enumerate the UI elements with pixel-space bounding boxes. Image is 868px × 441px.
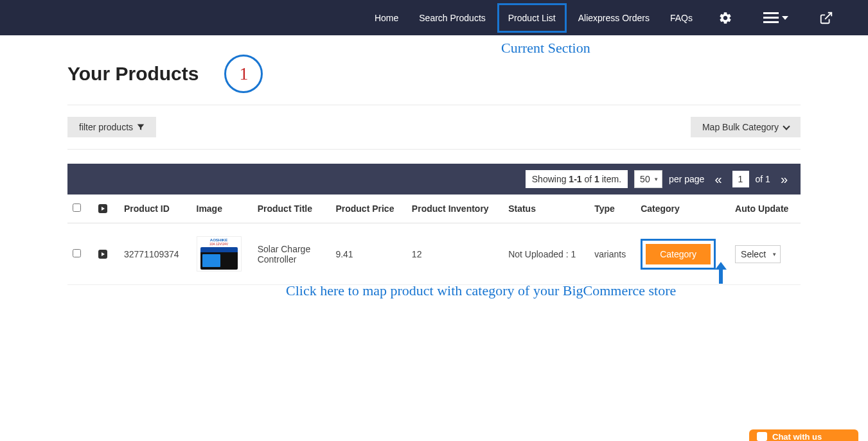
hamburger-icon	[763, 12, 779, 23]
cell-type: variants	[589, 223, 635, 285]
products-table: Product ID Image Product Title Product P…	[67, 195, 801, 285]
showing-info: Showing 1-1 of 1 item.	[526, 170, 628, 188]
annotation-click-here: Click here to map product with category …	[286, 282, 676, 299]
per-page-select[interactable]: 50	[634, 170, 662, 188]
col-inventory: Product Inventory	[407, 195, 503, 223]
chevron-down-icon	[783, 123, 790, 130]
map-bulk-category-button[interactable]: Map Bulk Category	[691, 117, 801, 137]
cell-title: Solar Charge Controller	[252, 223, 331, 285]
cell-image: AOSHIKE 10A 12V/24V	[191, 223, 252, 285]
chat-widget[interactable]: Chat with us	[749, 429, 858, 441]
category-button-highlight: Category	[641, 239, 716, 270]
col-image: Image	[191, 195, 252, 223]
nav-items-group: Home Search Products Product List Aliexp…	[364, 1, 849, 35]
per-page-select-wrapper: 50	[634, 170, 662, 188]
expand-all-icon[interactable]	[98, 204, 107, 213]
nav-search-products[interactable]: Search Products	[409, 1, 496, 35]
share-icon[interactable]	[804, 11, 849, 25]
annotation-step-badge: 1	[224, 55, 263, 93]
chat-label: Chat with us	[772, 432, 822, 442]
caret-down-icon	[782, 16, 788, 20]
col-title: Product Title	[252, 195, 331, 223]
cell-product-id: 32771109374	[119, 223, 191, 285]
filter-products-button[interactable]: filter products	[67, 117, 156, 137]
cell-price: 9.41	[330, 223, 406, 285]
filter-row: filter products Map Bulk Category	[67, 105, 801, 150]
col-product-id: Product ID	[119, 195, 191, 223]
product-thumbnail: AOSHIKE 10A 12V/24V	[197, 236, 242, 272]
nav-home[interactable]: Home	[364, 1, 409, 35]
title-row: Your Products 1	[67, 55, 801, 105]
per-page-label: per page	[669, 174, 704, 184]
gear-icon[interactable]	[703, 11, 748, 25]
select-all-checkbox[interactable]	[73, 203, 81, 212]
cell-inventory: 12	[407, 223, 503, 285]
next-page-button[interactable]: »	[777, 172, 792, 187]
col-auto-update: Auto Update	[730, 195, 801, 223]
table-header-row: Product ID Image Product Title Product P…	[67, 195, 801, 223]
page-title: Your Products	[67, 63, 199, 85]
filter-icon	[137, 123, 145, 131]
top-navbar: Home Search Products Product List Aliexp…	[0, 0, 868, 35]
map-bulk-label: Map Bulk Category	[702, 122, 779, 132]
page-container: Your Products 1 filter products Map Bulk…	[0, 35, 868, 285]
chat-bubble-icon	[757, 432, 767, 441]
cell-status: Not Uploaded : 1	[503, 223, 589, 285]
col-status: Status	[503, 195, 589, 223]
nav-faqs[interactable]: FAQs	[660, 1, 703, 35]
pagination-bar: Showing 1-1 of 1 item. 50 per page « 1 o…	[67, 164, 801, 195]
auto-update-select[interactable]: Select	[735, 245, 781, 263]
row-checkbox[interactable]	[73, 249, 81, 257]
table-region: Showing 1-1 of 1 item. 50 per page « 1 o…	[67, 164, 801, 285]
table-row: 32771109374 AOSHIKE 10A 12V/24V Solar Ch…	[67, 223, 801, 285]
col-price: Product Price	[330, 195, 406, 223]
prev-page-button[interactable]: «	[711, 172, 725, 187]
page-number-input[interactable]: 1	[732, 171, 749, 187]
filter-products-label: filter products	[79, 122, 133, 132]
nav-aliexpress-orders[interactable]: Aliexpress Orders	[568, 1, 660, 35]
category-button[interactable]: Category	[646, 244, 711, 264]
col-type: Type	[589, 195, 635, 223]
cell-auto-update: Select	[730, 223, 801, 285]
menu-toggle[interactable]	[748, 12, 804, 23]
expand-row-icon[interactable]	[98, 250, 107, 259]
col-category: Category	[635, 195, 730, 223]
of-pages-label: of 1	[756, 174, 770, 184]
annotation-arrow	[715, 262, 727, 286]
annotation-current-section: Current Section	[501, 40, 590, 56]
nav-product-list[interactable]: Product List	[497, 3, 567, 33]
